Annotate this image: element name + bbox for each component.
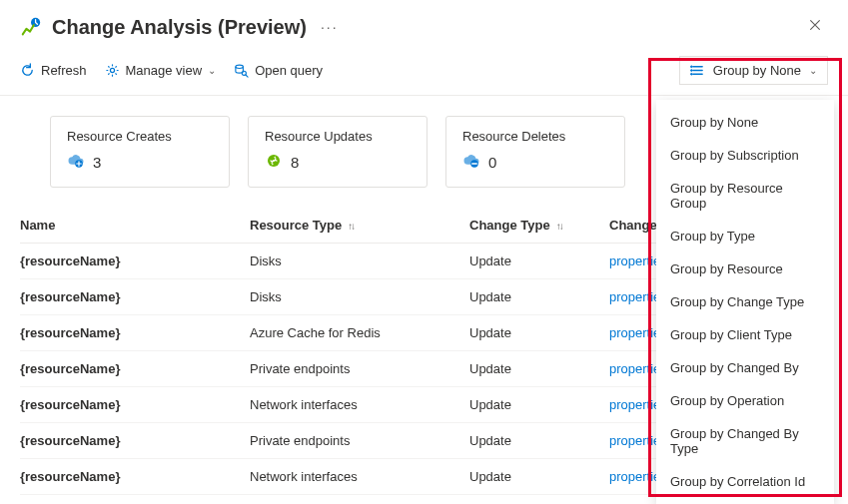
svg-point-2	[236, 65, 244, 68]
card-label: Resource Updates	[265, 129, 411, 144]
card-value: 8	[291, 154, 299, 171]
open-query-label: Open query	[255, 63, 323, 78]
manage-view-label: Manage view	[126, 63, 203, 78]
dropdown-item[interactable]: Group by Subscription	[656, 139, 834, 172]
group-by-dropdown: Group by NoneGroup by SubscriptionGroup …	[656, 100, 834, 504]
cell-change-type: Update	[469, 397, 609, 412]
cell-resource-type: Network interfaces	[250, 469, 469, 484]
chevron-down-icon: ⌄	[809, 65, 817, 76]
cell-resource-type: Private endpoints	[250, 361, 469, 376]
col-resource-type[interactable]: Resource Type↑↓	[250, 218, 469, 233]
dropdown-item[interactable]: Group by Resource Group	[656, 172, 834, 220]
dropdown-item[interactable]: Group by Type	[656, 220, 834, 252]
group-by-label: Group by None	[713, 63, 801, 78]
cell-name: {resourceName}	[20, 289, 250, 304]
dropdown-item[interactable]: Group by Resource	[656, 252, 834, 285]
group-by-button[interactable]: Group by None ⌄	[679, 56, 828, 85]
card-resource-creates[interactable]: Resource Creates 3	[50, 116, 230, 188]
svg-point-4	[690, 66, 692, 68]
card-value: 0	[488, 154, 496, 171]
cloud-refresh-icon	[265, 152, 283, 173]
cell-resource-type: Azure Cache for Redis	[250, 325, 469, 340]
card-resource-deletes[interactable]: Resource Deletes 0	[445, 116, 625, 188]
list-icon	[690, 63, 705, 78]
card-resource-updates[interactable]: Resource Updates 8	[248, 116, 427, 188]
close-button[interactable]	[802, 14, 828, 40]
more-button[interactable]: ···	[321, 19, 339, 35]
chevron-down-icon: ⌄	[208, 65, 216, 76]
svg-point-5	[690, 70, 692, 72]
cloud-minus-icon	[462, 152, 480, 173]
cell-name: {resourceName}	[20, 469, 250, 484]
dropdown-item[interactable]: Group by Client Type	[656, 318, 834, 351]
dropdown-item[interactable]: Group by Operation	[656, 384, 834, 417]
card-label: Resource Deletes	[462, 129, 608, 144]
dropdown-item[interactable]: Group by Changed By Type	[656, 417, 834, 465]
page-header: Change Analysis (Preview) ···	[0, 0, 848, 48]
cell-change-type: Update	[469, 289, 609, 304]
open-query-button[interactable]: Open query	[234, 63, 323, 78]
refresh-button[interactable]: Refresh	[20, 63, 87, 78]
dropdown-item[interactable]: Group by Change Type	[656, 285, 834, 318]
cell-change-type: Update	[469, 325, 609, 340]
col-name[interactable]: Name	[20, 218, 250, 233]
page-title: Change Analysis (Preview)	[52, 16, 307, 39]
cell-name: {resourceName}	[20, 325, 250, 340]
gear-icon	[105, 63, 120, 78]
sort-icon: ↑↓	[556, 221, 562, 232]
refresh-icon	[20, 63, 35, 78]
sort-icon: ↑↓	[348, 221, 354, 232]
card-label: Resource Creates	[67, 129, 213, 144]
change-analysis-icon	[20, 16, 42, 38]
cell-resource-type: Network interfaces	[250, 397, 469, 412]
refresh-label: Refresh	[41, 63, 87, 78]
cell-name: {resourceName}	[20, 361, 250, 376]
cell-change-type: Update	[469, 253, 609, 268]
cell-name: {resourceName}	[20, 433, 250, 448]
dropdown-item[interactable]: Group by Correlation Id	[656, 465, 834, 498]
toolbar: Refresh Manage view ⌄ Open query Group b…	[0, 48, 848, 96]
cell-change-type: Update	[469, 469, 609, 484]
cell-name: {resourceName}	[20, 397, 250, 412]
svg-point-1	[110, 68, 114, 72]
card-value: 3	[93, 154, 101, 171]
cell-name: {resourceName}	[20, 253, 250, 268]
cell-resource-type: Private endpoints	[250, 433, 469, 448]
cloud-plus-icon	[67, 152, 85, 173]
cell-resource-type: Disks	[250, 289, 469, 304]
manage-view-button[interactable]: Manage view ⌄	[105, 63, 217, 78]
cell-change-type: Update	[469, 361, 609, 376]
col-change-type[interactable]: Change Type↑↓	[469, 218, 609, 233]
query-icon	[234, 63, 249, 78]
dropdown-item[interactable]: Group by Changed By	[656, 351, 834, 384]
dropdown-item[interactable]: Group by None	[656, 106, 834, 139]
cell-change-type: Update	[469, 433, 609, 448]
cell-resource-type: Disks	[250, 253, 469, 268]
svg-point-6	[690, 73, 692, 75]
